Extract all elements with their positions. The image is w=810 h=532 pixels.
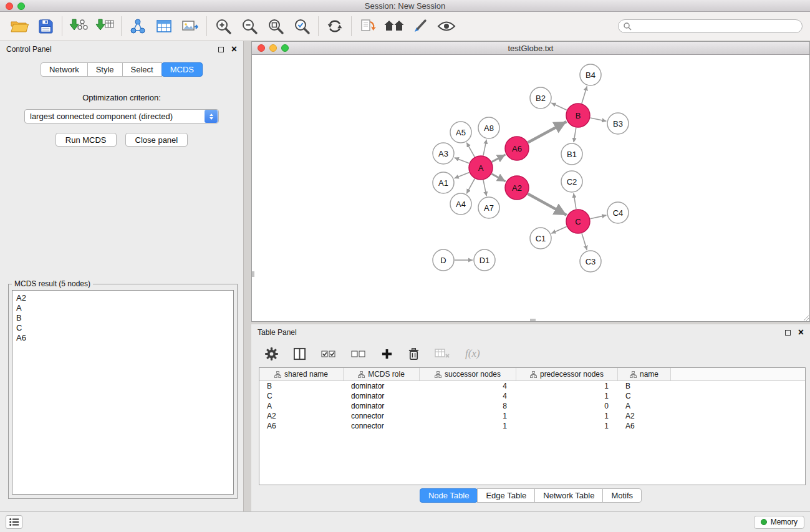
export-image-button[interactable] <box>177 14 203 39</box>
graph-node-B[interactable]: B <box>566 104 590 127</box>
show-columns-button[interactable] <box>293 347 306 360</box>
network-canvas-svg[interactable]: B4B2BB3A5A8A6B1A3AC2A1A2A4A7C4CC1C3DD1 <box>252 55 808 321</box>
tab-node-table[interactable]: Node Table <box>420 488 478 503</box>
network-canvas[interactable]: B4B2BB3A5A8A6B1A3AC2A1A2A4A7C4CC1C3DD1 <box>252 55 809 321</box>
graph-node-C3[interactable]: C3 <box>580 251 601 272</box>
table-row[interactable]: A6connector11A6 <box>259 421 805 431</box>
minimize-view-button[interactable] <box>269 44 277 52</box>
graph-edge-A-A7[interactable] <box>483 180 486 196</box>
table-settings-button[interactable] <box>265 347 278 360</box>
select-all-button[interactable] <box>321 348 336 359</box>
zoom-out-button[interactable] <box>236 14 263 39</box>
tab-edge-table[interactable]: Edge Table <box>477 488 535 503</box>
graph-edge-C-C2[interactable] <box>574 193 576 209</box>
graph-edge-A-A6[interactable] <box>492 155 506 162</box>
tab-motifs[interactable]: Motifs <box>602 488 642 503</box>
close-window-button[interactable] <box>6 2 13 10</box>
close-view-button[interactable] <box>258 44 265 52</box>
graph-node-A7[interactable]: A7 <box>478 197 499 218</box>
refresh-view-button[interactable] <box>322 14 348 39</box>
column-header-successor-nodes[interactable]: successor nodes <box>420 368 516 380</box>
tab-select[interactable]: Select <box>122 62 162 77</box>
graph-node-A3[interactable]: A3 <box>433 143 454 164</box>
criterion-dropdown[interactable]: largest connected component (directed) <box>24 109 219 123</box>
tab-mcds[interactable]: MCDS <box>162 62 203 77</box>
mcds-result-item[interactable]: B <box>15 313 231 323</box>
tab-network-table[interactable]: Network Table <box>534 488 603 503</box>
graph-edge-B-B1[interactable] <box>574 128 576 143</box>
column-header-MCDS-role[interactable]: MCDS role <box>344 368 420 380</box>
import-network-file-button[interactable] <box>65 14 92 39</box>
graph-node-D[interactable]: D <box>433 249 454 271</box>
deselect-all-button[interactable] <box>351 348 366 359</box>
close-table-panel-icon[interactable]: × <box>798 327 804 337</box>
new-table-button[interactable] <box>151 14 177 39</box>
graph-node-A[interactable]: A <box>469 156 493 180</box>
memory-button[interactable]: Memory <box>754 516 804 529</box>
show-hide-button[interactable] <box>433 14 460 39</box>
graph-node-C1[interactable]: C1 <box>530 228 551 249</box>
column-header-predecessor-nodes[interactable]: predecessor nodes <box>516 368 618 380</box>
float-table-panel-icon[interactable] <box>785 330 791 336</box>
graph-edge-A-A3[interactable] <box>455 158 470 163</box>
graph-edge-B-B4[interactable] <box>582 86 587 104</box>
zoom-fit-button[interactable] <box>263 14 289 39</box>
close-panel-button[interactable]: Close panel <box>125 133 188 147</box>
graph-node-B4[interactable]: B4 <box>580 64 601 85</box>
table-row[interactable]: Cdominator41C <box>259 391 805 401</box>
resize-grip-icon[interactable] <box>801 313 809 321</box>
new-network-button[interactable] <box>125 14 151 39</box>
graph-node-A6[interactable]: A6 <box>505 137 529 160</box>
graph-node-B2[interactable]: B2 <box>530 87 551 109</box>
graph-node-B1[interactable]: B1 <box>561 143 582 165</box>
graph-node-A2[interactable]: A2 <box>505 176 529 200</box>
function-builder-button[interactable]: f(x) <box>465 347 480 360</box>
zoom-view-button[interactable] <box>281 44 289 52</box>
mcds-result-item[interactable]: A6 <box>15 333 231 343</box>
graph-edge-B-B2[interactable] <box>551 103 567 110</box>
graph-edge-A6-B[interactable] <box>528 122 567 143</box>
zoom-window-button[interactable] <box>17 2 25 10</box>
graph-node-A4[interactable]: A4 <box>450 193 471 215</box>
graph-node-A5[interactable]: A5 <box>450 122 471 143</box>
add-column-button[interactable] <box>381 348 393 360</box>
column-header-shared-name[interactable]: shared name <box>259 368 344 380</box>
graph-node-A8[interactable]: A8 <box>478 117 499 138</box>
graph-node-C2[interactable]: C2 <box>561 171 582 192</box>
graph-edge-A-A4[interactable] <box>466 179 475 194</box>
zoom-in-button[interactable] <box>210 14 236 39</box>
graph-edge-C-C4[interactable] <box>591 215 607 219</box>
search-box[interactable] <box>618 19 803 33</box>
canvas-resize-handle-left[interactable] <box>252 271 254 277</box>
close-panel-icon[interactable]: × <box>231 44 237 54</box>
graph-edge-A-A1[interactable] <box>455 172 470 178</box>
graph-edge-A-A2[interactable] <box>492 174 506 181</box>
tab-style[interactable]: Style <box>87 62 123 77</box>
graph-edge-C-C1[interactable] <box>551 226 567 233</box>
graph-node-C4[interactable]: C4 <box>607 202 629 223</box>
run-mcds-button[interactable]: Run MCDS <box>55 133 117 147</box>
table-row[interactable]: Bdominator41B <box>259 381 805 391</box>
table-row[interactable]: Adominator80A <box>259 401 805 411</box>
delete-rows-button[interactable] <box>408 347 420 360</box>
graph-edge-A-A8[interactable] <box>483 140 486 156</box>
save-session-button[interactable] <box>32 14 59 39</box>
mcds-result-item[interactable]: A <box>15 303 231 313</box>
open-session-button[interactable] <box>6 14 32 39</box>
open-recent-button[interactable] <box>355 14 381 39</box>
mcds-result-item[interactable]: A2 <box>15 293 231 303</box>
graph-edge-A2-C[interactable] <box>528 194 567 215</box>
tab-network[interactable]: Network <box>41 62 88 77</box>
import-table-file-button[interactable] <box>92 14 118 39</box>
mcds-result-item[interactable]: C <box>15 323 231 333</box>
graph-edge-C-C3[interactable] <box>582 233 587 250</box>
graph-edge-B-B3[interactable] <box>591 118 607 121</box>
zoom-selected-button[interactable] <box>289 14 315 39</box>
float-panel-icon[interactable] <box>218 47 224 52</box>
canvas-resize-handle-bottom[interactable] <box>530 319 536 321</box>
style-painter-button[interactable] <box>407 14 433 39</box>
graph-node-C[interactable]: C <box>566 210 590 233</box>
graph-node-D1[interactable]: D1 <box>474 249 495 271</box>
graph-node-B3[interactable]: B3 <box>607 113 629 134</box>
search-input[interactable] <box>632 22 802 31</box>
